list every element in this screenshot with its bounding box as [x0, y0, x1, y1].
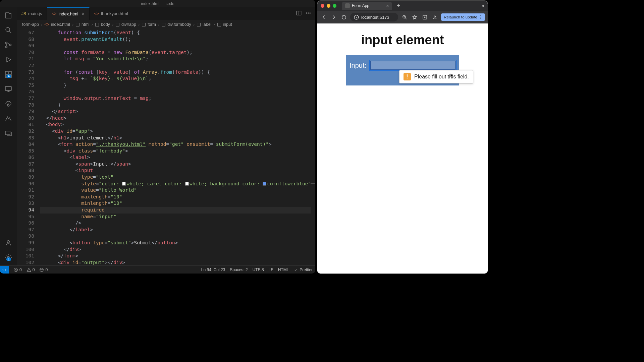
- svg-rect-19: [142, 23, 146, 26]
- breadcrumb-item: form-app: [22, 22, 39, 27]
- tab-overflow-icon[interactable]: »: [481, 3, 484, 9]
- editor-tab-bar: JS main.js <> index.html × <> thankyou.h…: [17, 7, 315, 20]
- url-text: localhost:5173: [361, 15, 389, 20]
- close-tab-icon[interactable]: ×: [386, 3, 389, 8]
- svg-point-3: [10, 44, 11, 46]
- remote-explorer-icon[interactable]: [4, 84, 13, 94]
- tab-label: index.html: [58, 11, 78, 16]
- reload-button[interactable]: [340, 13, 347, 21]
- settings-badge: 1: [6, 257, 11, 261]
- window-controls[interactable]: [321, 4, 336, 8]
- rendered-page: input element Input: ! Please fill out t…: [317, 23, 488, 274]
- tab-thankyou-html[interactable]: <> thankyou.html: [90, 7, 133, 20]
- minimap[interactable]: [311, 29, 315, 265]
- svg-point-15: [310, 12, 310, 13]
- browser-tab-strip: Form App × + »: [317, 1, 488, 11]
- svg-rect-16: [76, 23, 79, 26]
- form-body: Input: ! Please fill out this field.: [346, 55, 459, 85]
- svg-rect-8: [5, 86, 11, 90]
- settings-gear-icon[interactable]: 1: [4, 253, 13, 262]
- close-tab-icon[interactable]: ×: [82, 11, 84, 16]
- explorer-icon[interactable]: [4, 11, 13, 20]
- bookmark-icon[interactable]: [411, 13, 418, 21]
- code-editor[interactable]: 6768697071727374757677787980818283848586…: [17, 29, 315, 265]
- tab-main-js[interactable]: JS main.js: [17, 7, 47, 20]
- svg-point-28: [434, 16, 435, 17]
- minimize-window-icon[interactable]: [327, 4, 330, 8]
- browser-tab[interactable]: Form App ×: [342, 2, 392, 10]
- site-info-icon[interactable]: [354, 14, 359, 20]
- source-control-icon[interactable]: [4, 40, 13, 50]
- breadcrumb-item: html: [75, 22, 90, 27]
- svg-rect-4: [5, 71, 8, 74]
- browser-toolbar: localhost:5173 Relaunch to update ⋮: [317, 11, 488, 23]
- status-spaces[interactable]: Spaces: 2: [230, 267, 248, 272]
- search-icon[interactable]: [4, 25, 13, 35]
- status-formatter[interactable]: Prettier: [293, 267, 313, 272]
- status-ports[interactable]: 0: [39, 267, 48, 272]
- validation-message: Please fill out this field.: [414, 74, 469, 80]
- breadcrumb-item: label: [197, 22, 211, 27]
- window-title: index.html — code: [0, 1, 315, 6]
- activity-bar: 4: [0, 7, 17, 265]
- js-file-icon: JS: [21, 11, 26, 16]
- profile-icon[interactable]: [431, 13, 438, 21]
- forward-button[interactable]: [330, 13, 337, 21]
- more-actions-icon[interactable]: [305, 10, 311, 17]
- validation-tooltip: ! Please fill out this field.: [399, 70, 473, 83]
- status-language[interactable]: HTML: [278, 267, 289, 272]
- breadcrumb-item: input: [217, 22, 232, 27]
- text-input[interactable]: [370, 61, 455, 70]
- html-file-icon: <>: [94, 11, 99, 16]
- account-icon[interactable]: [4, 238, 13, 247]
- svg-rect-9: [5, 131, 10, 135]
- svg-rect-20: [162, 23, 165, 26]
- svg-rect-18: [116, 23, 119, 26]
- maximize-window-icon[interactable]: [333, 4, 336, 8]
- svg-rect-5: [9, 71, 11, 74]
- remote-indicator[interactable]: [0, 266, 9, 274]
- svg-point-14: [308, 12, 309, 13]
- breadcrumb-item: div.formbody: [161, 22, 191, 27]
- html-file-icon: <>: [52, 11, 56, 16]
- breadcrumb-item: form: [142, 22, 156, 27]
- breadcrumb[interactable]: form-app› <>index.html› html› body› div#…: [17, 20, 315, 29]
- breadcrumb-item: body: [95, 22, 110, 27]
- status-bar: 0 0 0 Ln 94, Col 23 Spaces: 2 UTF-8 LF H…: [0, 265, 315, 274]
- back-button[interactable]: [320, 13, 327, 21]
- status-encoding[interactable]: UTF-8: [253, 267, 264, 272]
- relaunch-button[interactable]: Relaunch to update ⋮: [441, 13, 485, 21]
- input-label: Input:: [350, 62, 366, 69]
- vscode-titlebar: index.html — code: [0, 0, 315, 7]
- extensions-badge: 4: [6, 74, 11, 78]
- warning-icon: !: [404, 73, 411, 80]
- favicon-icon: [345, 3, 350, 8]
- status-warnings[interactable]: 0: [26, 267, 35, 272]
- svg-point-1: [6, 42, 7, 44]
- run-debug-icon[interactable]: [4, 55, 13, 64]
- status-cursor-pos[interactable]: Ln 94, Col 23: [201, 267, 225, 272]
- line-number-gutter: 6768697071727374757677787980818283848586…: [17, 29, 40, 265]
- edge-tools-icon[interactable]: [4, 99, 13, 109]
- new-tab-button[interactable]: +: [395, 2, 402, 9]
- testing-icon[interactable]: [4, 114, 13, 123]
- page-heading: input element: [317, 33, 488, 47]
- status-eol[interactable]: LF: [269, 267, 273, 272]
- editor-area: JS main.js <> index.html × <> thankyou.h…: [17, 7, 315, 265]
- code-content[interactable]: function submitForm(event) { event.preve…: [40, 29, 315, 265]
- browser-tab-title: Form App: [352, 3, 369, 8]
- close-window-icon[interactable]: [321, 4, 324, 8]
- breadcrumb-item: <>index.html: [44, 22, 70, 27]
- live-share-icon[interactable]: [4, 129, 13, 138]
- svg-rect-21: [197, 23, 201, 26]
- extensions-icon[interactable]: 4: [4, 70, 13, 79]
- install-icon[interactable]: [421, 13, 428, 21]
- address-bar[interactable]: localhost:5173: [350, 13, 398, 21]
- menu-kebab-icon: ⋮: [478, 15, 482, 19]
- zoom-icon[interactable]: [401, 13, 408, 21]
- split-editor-icon[interactable]: [296, 10, 302, 17]
- status-errors[interactable]: 0: [13, 267, 22, 272]
- svg-rect-22: [217, 23, 221, 26]
- svg-point-2: [6, 46, 7, 48]
- tab-index-html[interactable]: <> index.html ×: [47, 7, 89, 20]
